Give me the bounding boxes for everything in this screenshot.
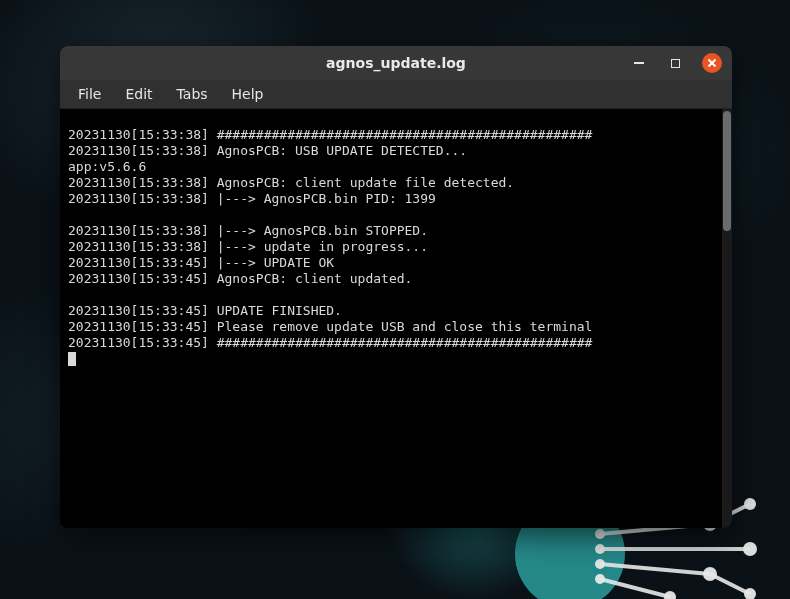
close-button[interactable] xyxy=(702,53,722,73)
scrollbar-thumb[interactable] xyxy=(723,111,731,231)
log-line: 20231130[15:33:38] |---> AgnosPCB.bin ST… xyxy=(68,223,714,239)
log-line: 20231130[15:33:45] #####################… xyxy=(68,335,714,351)
terminal-output[interactable]: 20231130[15:33:38] #####################… xyxy=(60,109,722,528)
log-line: 20231130[15:33:45] Please remove update … xyxy=(68,319,714,335)
titlebar[interactable]: agnos_update.log xyxy=(60,46,732,80)
svg-point-8 xyxy=(664,591,676,599)
svg-point-11 xyxy=(595,544,605,554)
svg-point-5 xyxy=(743,542,757,556)
window-controls xyxy=(630,46,722,80)
log-line: app:v5.6.6 xyxy=(68,159,714,175)
cursor-line xyxy=(68,351,714,367)
menu-tabs[interactable]: Tabs xyxy=(167,83,218,105)
desktop: agnos_update.log File Edit Tabs Help 202… xyxy=(0,0,790,599)
menu-file[interactable]: File xyxy=(68,83,111,105)
svg-point-10 xyxy=(595,529,605,539)
log-line: 20231130[15:33:45] |---> UPDATE OK xyxy=(68,255,714,271)
menubar: File Edit Tabs Help xyxy=(60,80,732,109)
window-title: agnos_update.log xyxy=(326,55,466,71)
log-line: 20231130[15:33:45] UPDATE FINISHED. xyxy=(68,303,714,319)
log-line: 20231130[15:33:45] AgnosPCB: client upda… xyxy=(68,271,714,287)
svg-point-12 xyxy=(595,559,605,569)
minimize-button[interactable] xyxy=(630,54,648,72)
terminal-viewport: 20231130[15:33:38] #####################… xyxy=(60,109,732,528)
svg-point-7 xyxy=(744,588,756,599)
menu-edit[interactable]: Edit xyxy=(115,83,162,105)
log-line: 20231130[15:33:38] AgnosPCB: client upda… xyxy=(68,175,714,191)
terminal-window: agnos_update.log File Edit Tabs Help 202… xyxy=(60,46,732,528)
log-line xyxy=(68,207,714,223)
log-line: 20231130[15:33:38] AgnosPCB: USB UPDATE … xyxy=(68,143,714,159)
maximize-button[interactable] xyxy=(666,54,684,72)
svg-point-13 xyxy=(595,574,605,584)
scrollbar[interactable] xyxy=(722,109,732,528)
menu-help[interactable]: Help xyxy=(222,83,274,105)
log-line xyxy=(68,287,714,303)
log-line: 20231130[15:33:38] |---> update in progr… xyxy=(68,239,714,255)
cursor xyxy=(68,352,76,366)
svg-point-6 xyxy=(703,567,717,581)
log-line: 20231130[15:33:38] |---> AgnosPCB.bin PI… xyxy=(68,191,714,207)
svg-point-4 xyxy=(744,498,756,510)
log-line: 20231130[15:33:38] #####################… xyxy=(68,127,714,143)
